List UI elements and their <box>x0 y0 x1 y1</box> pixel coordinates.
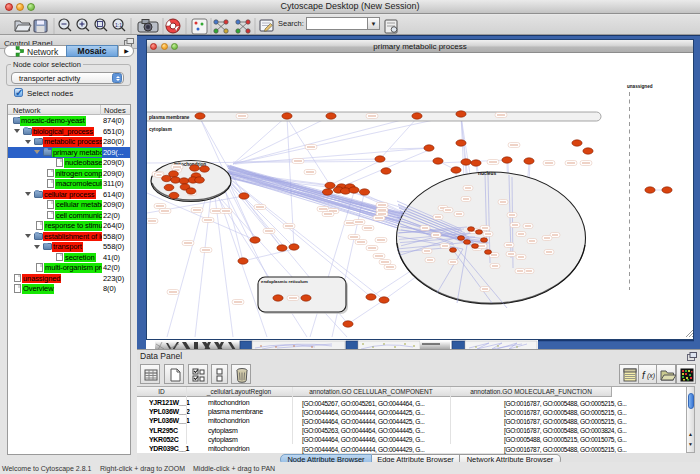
svg-text:endoplasmic reticulum: endoplasmic reticulum <box>261 279 308 284</box>
svg-text:cytoplasm: cytoplasm <box>149 127 172 132</box>
svg-text:1:1: 1:1 <box>115 22 122 28</box>
svg-text:nucleus: nucleus <box>478 171 496 176</box>
svg-text:f: f <box>642 370 646 381</box>
svg-text:plasma membrane: plasma membrane <box>149 115 190 120</box>
svg-text:(x): (x) <box>647 372 655 380</box>
svg-text:unassigned: unassigned <box>627 84 653 89</box>
